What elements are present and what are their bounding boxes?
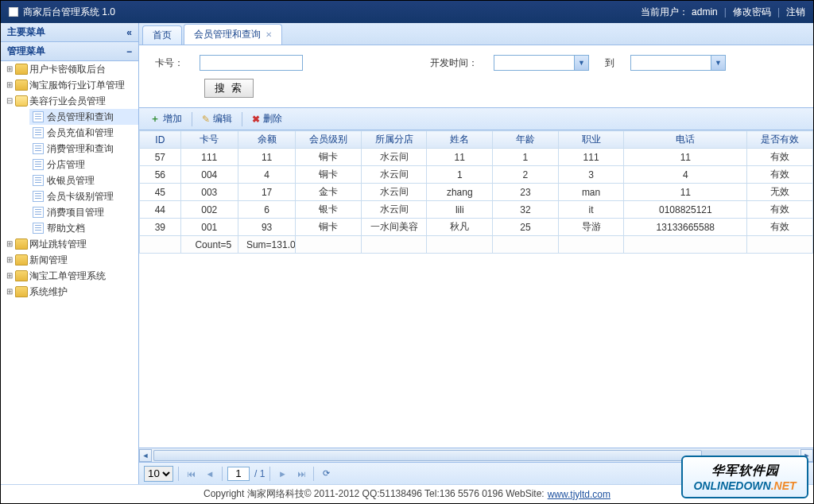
tree-group[interactable]: ⊞淘宝服饰行业订单管理 xyxy=(1,77,138,93)
page-size-select[interactable]: 10 xyxy=(144,466,173,482)
chevron-down-icon[interactable]: ▼ xyxy=(574,56,588,70)
edit-button[interactable]: ✎ 编辑 xyxy=(196,110,238,127)
prev-page-icon[interactable]: ◄ xyxy=(203,467,217,481)
sidebar: 主要菜单 « 管理菜单 − ⊞用户卡密领取后台⊞淘宝服饰行业订单管理⊟美容行业会… xyxy=(1,23,139,484)
grid-column-header[interactable]: 电话 xyxy=(624,131,747,149)
pencil-icon: ✎ xyxy=(202,114,210,125)
delete-label: 删除 xyxy=(263,112,282,126)
tree-group[interactable]: ⊞网址跳转管理 xyxy=(1,236,138,252)
table-cell: 有效 xyxy=(747,201,813,219)
search-row-2: 搜 索 xyxy=(155,79,797,98)
tree-leaf[interactable]: 会员管理和查询 xyxy=(29,109,138,125)
table-row[interactable]: 4500317金卡水云间zhang23man11无效 xyxy=(140,184,813,201)
table-cell: 3 xyxy=(558,166,624,184)
tree-leaf[interactable]: 分店管理 xyxy=(29,157,138,173)
tree-leaf[interactable]: 消费项目管理 xyxy=(29,204,138,220)
edit-label: 编辑 xyxy=(213,112,232,126)
date-to-combo[interactable]: ▼ xyxy=(630,55,726,71)
folder-icon xyxy=(15,238,28,250)
tree-leaf-label: 会员充值和管理 xyxy=(47,125,114,141)
scroll-left-icon[interactable]: ◄ xyxy=(139,449,152,462)
next-page-icon[interactable]: ► xyxy=(275,467,289,481)
minus-icon[interactable]: ⊟ xyxy=(4,93,15,109)
tree-leaf[interactable]: 帮助文档 xyxy=(29,220,138,236)
to-label: 到 xyxy=(605,56,614,70)
card-number-input[interactable] xyxy=(200,55,303,71)
manage-menu-header[interactable]: 管理菜单 − xyxy=(1,42,138,61)
table-cell: 32 xyxy=(493,201,559,219)
table-cell: zhang xyxy=(427,184,493,201)
scroll-thumb[interactable] xyxy=(153,450,702,461)
current-user-name: admin xyxy=(692,6,718,17)
plus-icon[interactable]: ⊞ xyxy=(4,236,15,252)
plus-icon[interactable]: ⊞ xyxy=(4,61,15,77)
tree-leaf[interactable]: 会员充值和管理 xyxy=(29,125,138,141)
grid-column-header[interactable]: 所属分店 xyxy=(361,131,427,149)
table-row[interactable]: 3900193铜卡一水间美容秋凡25导游13133665588有效 xyxy=(140,219,813,236)
grid-column-header[interactable]: 职业 xyxy=(558,131,624,149)
grid-column-header[interactable]: 余额 xyxy=(238,131,295,149)
grid-column-header[interactable]: 年龄 xyxy=(493,131,559,149)
table-cell: 11 xyxy=(624,184,747,201)
paging-sep xyxy=(269,467,270,481)
page-input[interactable] xyxy=(227,467,250,481)
table-row[interactable]: 440026银卡水云间lili32it0108825121有效 xyxy=(140,201,813,219)
document-icon xyxy=(33,159,44,170)
delete-button[interactable]: ✖ 删除 xyxy=(246,110,289,127)
tree-group[interactable]: ⊞用户卡密领取后台 xyxy=(1,61,138,77)
website-link[interactable]: www.tjyltd.com xyxy=(548,489,610,500)
main-menu-header[interactable]: 主要菜单 « xyxy=(1,23,138,42)
table-cell: 6 xyxy=(238,201,295,219)
table-cell: 一水间美容 xyxy=(361,219,427,236)
folder-icon xyxy=(15,95,28,107)
grid-column-header[interactable]: ID xyxy=(140,131,181,149)
grid-column-header[interactable]: 是否有效 xyxy=(747,131,813,149)
chevron-down-icon[interactable]: ▼ xyxy=(711,56,725,70)
dev-time-label: 开发时间： xyxy=(430,56,478,70)
logout-link[interactable]: 注销 xyxy=(786,6,805,19)
table-row[interactable]: 560044铜卡水云间1234有效 xyxy=(140,166,813,184)
collapse-left-icon[interactable]: « xyxy=(126,27,132,38)
plus-icon[interactable]: ⊞ xyxy=(4,252,15,268)
document-icon xyxy=(33,207,44,218)
tree-group[interactable]: ⊟美容行业会员管理 xyxy=(1,93,138,109)
grid-wrapper: ID卡号余额会员级别所属分店姓名年龄职业电话是否有效 5711111铜卡水云间1… xyxy=(139,130,813,484)
table-row[interactable]: 5711111铜卡水云间11111111有效 xyxy=(140,149,813,166)
grid-column-header[interactable]: 姓名 xyxy=(427,131,493,149)
minus-icon[interactable]: − xyxy=(126,46,132,57)
tree-group[interactable]: ⊞系统维护 xyxy=(1,284,138,300)
current-user-label: 当前用户： xyxy=(641,6,688,19)
header-bar: 商家后台管理系统 1.0 当前用户： admin | 修改密码 | 注销 xyxy=(1,1,813,23)
grid-column-header[interactable]: 会员级别 xyxy=(296,131,362,149)
close-icon[interactable]: ✕ xyxy=(266,30,272,39)
tree-leaf[interactable]: 会员卡级别管理 xyxy=(29,188,138,204)
plus-icon[interactable]: ⊞ xyxy=(4,77,15,93)
table-cell: 水云间 xyxy=(361,166,427,184)
search-button[interactable]: 搜 索 xyxy=(204,79,254,98)
date-from-combo[interactable]: ▼ xyxy=(494,55,589,71)
tree-group[interactable]: ⊞淘宝工单管理系统 xyxy=(1,268,138,284)
plus-icon[interactable]: ⊞ xyxy=(4,284,15,300)
refresh-icon[interactable]: ⟳ xyxy=(319,467,333,481)
tab-home[interactable]: 首页 xyxy=(142,25,182,45)
grid-column-header[interactable]: 卡号 xyxy=(180,131,238,149)
table-cell: 有效 xyxy=(747,149,813,166)
add-button[interactable]: ＋ 增加 xyxy=(144,110,188,127)
tab-bar: 首页 会员管理和查询 ✕ xyxy=(139,23,813,45)
tree-group[interactable]: ⊞新闻管理 xyxy=(1,252,138,268)
paging-sep xyxy=(178,467,179,481)
content-area: 首页 会员管理和查询 ✕ 卡号： 开发时间： ▼ 到 xyxy=(139,23,813,484)
table-cell: 水云间 xyxy=(361,184,427,201)
tab-member-query[interactable]: 会员管理和查询 ✕ xyxy=(184,24,282,45)
document-icon xyxy=(33,143,44,154)
tree-group-label: 新闻管理 xyxy=(29,252,68,268)
change-password-link[interactable]: 修改密码 xyxy=(733,6,771,19)
toolbar-sep xyxy=(192,112,192,126)
plus-icon[interactable]: ⊞ xyxy=(4,268,15,284)
tree-leaf[interactable]: 消费管理和查询 xyxy=(29,141,138,157)
first-page-icon[interactable]: ⏮ xyxy=(184,467,198,481)
table-cell: 导游 xyxy=(558,219,624,236)
tree-leaf[interactable]: 收银员管理 xyxy=(29,173,138,188)
table-cell: 002 xyxy=(180,201,238,219)
last-page-icon[interactable]: ⏭ xyxy=(294,467,308,481)
